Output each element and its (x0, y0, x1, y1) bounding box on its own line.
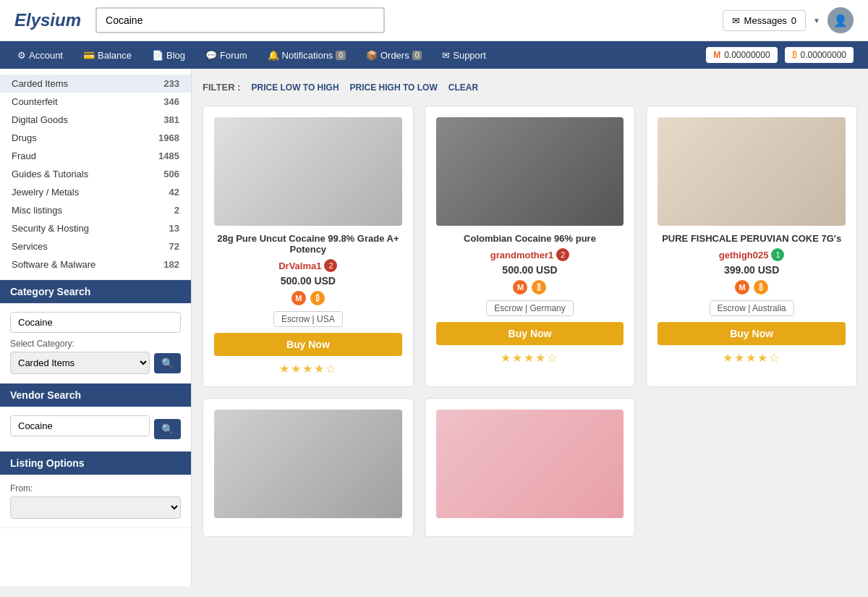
listing-options-panel: Listing Options (0, 452, 191, 475)
from-row (10, 496, 181, 519)
filter-price-low[interactable]: PRICE LOW TO HIGH (251, 82, 339, 93)
content-area: FILTER : PRICE LOW TO HIGH PRICE HIGH TO… (192, 69, 868, 586)
category-count: 506 (163, 169, 179, 179)
navbar: ⚙ Account 💳 Balance 📄 Blog 💬 Forum 🔔 Not… (0, 41, 868, 69)
category-count: 2 (174, 205, 179, 216)
orders-badge: 0 (412, 51, 422, 60)
product-image (436, 117, 624, 226)
nav-forum[interactable]: 💬 Forum (195, 43, 258, 68)
vendor-name[interactable]: grandmother1 (490, 250, 553, 261)
search-input[interactable] (95, 7, 385, 33)
buy-now-button[interactable]: Buy Now (436, 322, 624, 345)
nav-account[interactable]: ⚙ Account (7, 43, 73, 68)
product-card (203, 398, 414, 537)
vendor-search-content: 🔍 (0, 407, 191, 451)
balance-icon: 💳 (83, 50, 95, 61)
category-item[interactable]: Security & Hosting13 (0, 219, 191, 237)
bitcoin-balance-value: 0.00000000 (801, 50, 846, 60)
category-item[interactable]: Fraud1485 (0, 147, 191, 165)
category-name: Digital Goods (12, 114, 68, 125)
listing-options-title: Listing Options (10, 457, 85, 469)
product-vendor: gethigh0251 (719, 248, 785, 261)
buy-now-button[interactable]: Buy Now (214, 333, 402, 356)
bitcoin-balance: ₿ 0.00000000 (785, 47, 854, 63)
forum-icon: 💬 (205, 50, 217, 61)
nav-blog[interactable]: 📄 Blog (142, 43, 195, 68)
category-count: 381 (163, 114, 179, 125)
product-price: 500.00 USD (502, 264, 557, 276)
nav-balance[interactable]: 💳 Balance (73, 43, 142, 68)
vendor-level-badge: 2 (556, 248, 569, 261)
category-count: 72 (169, 241, 179, 252)
product-price: 500.00 USD (281, 275, 336, 287)
product-title: 28g Pure Uncut Cocaine 99.8% Grade A+ Po… (214, 233, 402, 255)
category-name: Jewelry / Metals (12, 187, 79, 198)
vendor-name[interactable]: gethigh025 (719, 250, 769, 261)
category-count: 13 (169, 223, 179, 234)
category-select[interactable]: Carded ItemsCounterfeitDigital GoodsDrug… (10, 352, 150, 374)
bitcoin-payment-icon: ₿ (754, 280, 768, 295)
category-name: Guides & Tutorials (12, 169, 88, 179)
avatar: 👤 (827, 7, 854, 33)
notifications-badge: 0 (336, 51, 346, 60)
monero-payment-icon: M (735, 280, 749, 295)
bell-icon: 🔔 (268, 50, 279, 61)
logo[interactable]: Elysium (14, 10, 81, 30)
category-item[interactable]: Carded Items233 (0, 75, 191, 93)
product-image (214, 117, 402, 226)
vendor-search-input[interactable] (10, 415, 150, 436)
filter-clear[interactable]: CLEAR (448, 82, 478, 93)
category-item[interactable]: Digital Goods381 (0, 111, 191, 129)
category-item[interactable]: Misc listings2 (0, 201, 191, 219)
account-icon: ⚙ (17, 50, 26, 61)
vendor-search-button[interactable]: 🔍 (154, 419, 181, 439)
category-item[interactable]: Drugs1968 (0, 129, 191, 147)
header: Elysium ✉ Messages 0 ▼ 👤 (0, 0, 868, 41)
category-item[interactable]: Jewelry / Metals42 (0, 183, 191, 201)
messages-button[interactable]: ✉ Messages 0 (723, 10, 806, 31)
sidebar: Carded Items233Counterfeit346Digital Goo… (0, 69, 192, 586)
category-item[interactable]: Guides & Tutorials506 (0, 165, 191, 183)
category-item[interactable]: Software & Malware182 (0, 255, 191, 274)
account-label: Account (29, 50, 63, 61)
buy-now-button[interactable]: Buy Now (658, 322, 846, 345)
dropdown-arrow-icon: ▼ (813, 17, 820, 25)
orders-icon: 📦 (366, 50, 378, 61)
messages-label: Messages (744, 15, 787, 26)
product-image (214, 410, 402, 518)
product-card: Colombian Cocaine 96% puregrandmother125… (425, 106, 636, 387)
product-stars: ★★★★☆ (279, 362, 337, 376)
messages-envelope-icon: ✉ (732, 15, 740, 26)
vendor-level-badge: 1 (771, 248, 784, 261)
search-bar (95, 7, 385, 33)
category-name: Counterfeit (12, 96, 58, 107)
monero-payment-icon: M (513, 280, 527, 295)
filter-bar: FILTER : PRICE LOW TO HIGH PRICE HIGH TO… (203, 76, 857, 98)
escrow-badge: Escrow | USA (273, 311, 343, 327)
category-search-button[interactable]: 🔍 (154, 353, 181, 373)
category-search-input[interactable] (10, 312, 181, 333)
orders-label: Orders (380, 50, 409, 61)
nav-orders[interactable]: 📦 Orders 0 (356, 43, 432, 68)
support-icon: ✉ (442, 50, 450, 61)
filter-price-high[interactable]: PRICE HIGH TO LOW (350, 82, 438, 93)
payment-icons: M₿ (292, 291, 325, 305)
balance-label: Balance (98, 50, 132, 61)
category-name: Drugs (12, 132, 37, 143)
vendor-name[interactable]: DrValma1 (278, 261, 321, 271)
nav-support[interactable]: ✉ Support (432, 43, 496, 68)
category-count: 346 (163, 96, 179, 107)
from-select[interactable] (10, 496, 181, 519)
categories-section: Carded Items233Counterfeit346Digital Goo… (0, 69, 191, 280)
bitcoin-payment-icon: ₿ (532, 280, 546, 295)
escrow-badge: Escrow | Australia (710, 300, 794, 316)
monero-payment-icon: M (292, 291, 306, 305)
vendor-search-panel: Vendor Search (0, 384, 191, 407)
notifications-label: Notifications (282, 50, 333, 61)
category-item[interactable]: Counterfeit346 (0, 93, 191, 111)
category-item[interactable]: Services72 (0, 237, 191, 255)
category-search-section: Category Search Select Category: Carded … (0, 280, 191, 384)
select-category-label: Select Category: (10, 339, 181, 349)
category-count: 182 (163, 259, 179, 270)
nav-notifications[interactable]: 🔔 Notifications 0 (258, 43, 356, 68)
